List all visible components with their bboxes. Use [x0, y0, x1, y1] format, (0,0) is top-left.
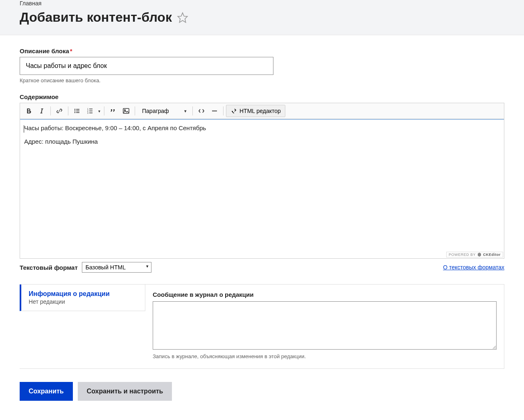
revision-info-tab[interactable]: Информация о редакции Нет редакции: [20, 285, 145, 311]
toolbar-separator: [192, 106, 193, 115]
editor-line: Часы работы: Воскресенье, 9:00 – 14:00, …: [24, 124, 500, 131]
link-icon: [56, 108, 63, 114]
italic-button[interactable]: [36, 105, 48, 117]
svg-marker-16: [478, 253, 481, 257]
editor-body[interactable]: Часы работы: Воскресенье, 9:00 – 14:00, …: [20, 119, 504, 258]
bullet-list-button[interactable]: [71, 105, 83, 117]
svg-point-1: [75, 109, 76, 110]
editor-line: Адрес: площадь Пушкина: [24, 138, 500, 145]
toolbar-separator: [135, 106, 135, 115]
svg-rect-15: [212, 111, 217, 111]
bullet-list-icon: [74, 108, 80, 114]
content-label: Содержимое: [20, 93, 59, 100]
svg-point-3: [75, 112, 76, 113]
breadcrumb[interactable]: Главная: [20, 0, 504, 7]
editor: 123 ▾ Параграф: [20, 103, 504, 259]
ckeditor-icon: [477, 253, 481, 257]
description-label: Описание блока*: [20, 47, 72, 54]
revision-tab-title: Информация о редакции: [29, 290, 138, 298]
numbered-list-button[interactable]: 123: [84, 105, 96, 117]
toolbar-separator: [223, 106, 224, 115]
toolbar-separator: [104, 106, 104, 115]
chevron-down-icon[interactable]: ▾: [97, 109, 102, 113]
numbered-list-icon: 123: [87, 108, 93, 114]
editor-toolbar: 123 ▾ Параграф: [20, 103, 504, 119]
powered-by-badge[interactable]: POWERED BY CKEditor: [446, 252, 503, 257]
about-text-formats-link[interactable]: О текстовых форматах: [443, 264, 504, 271]
toolbar-separator: [50, 106, 51, 115]
code-icon: [198, 108, 205, 114]
revision-panel: Информация о редакции Нет редакции Сообщ…: [20, 284, 504, 369]
svg-rect-10: [89, 109, 93, 110]
toolbar-separator: [68, 106, 68, 115]
horizontal-rule-button[interactable]: [208, 105, 221, 117]
minus-icon: [211, 108, 218, 114]
link-button[interactable]: [53, 105, 66, 117]
description-input[interactable]: [20, 57, 273, 75]
image-icon: [122, 107, 130, 115]
page-title: Добавить контент-блок: [20, 10, 172, 25]
revision-message-label: Сообщение в журнал о редакции: [153, 291, 254, 298]
italic-icon: [38, 108, 45, 114]
quote-icon: [110, 108, 116, 114]
paragraph-select[interactable]: Параграф: [138, 105, 190, 117]
svg-rect-11: [89, 111, 93, 111]
save-configure-button[interactable]: Сохранить и настроить: [78, 382, 172, 401]
source-icon: [230, 108, 237, 114]
svg-rect-4: [76, 109, 79, 110]
blockquote-button[interactable]: [107, 105, 119, 117]
svg-rect-6: [76, 112, 79, 113]
svg-point-14: [124, 110, 126, 111]
html-editor-button[interactable]: HTML редактор: [226, 105, 285, 117]
svg-rect-13: [123, 108, 129, 113]
bold-icon: [25, 108, 32, 114]
svg-rect-5: [76, 111, 79, 111]
required-marker: *: [70, 47, 72, 54]
svg-rect-12: [89, 113, 93, 113]
text-cursor: [24, 125, 24, 133]
revision-helper: Запись в журнале, объясняющая изменения …: [153, 353, 497, 359]
description-helper: Краткое описание вашего блока.: [20, 77, 504, 84]
svg-text:3: 3: [87, 112, 88, 114]
revision-message-input[interactable]: [153, 301, 497, 350]
revision-tab-subtitle: Нет редакции: [29, 298, 138, 305]
svg-point-2: [75, 111, 76, 112]
text-format-select[interactable]: Базовый HTML: [82, 262, 151, 273]
code-button[interactable]: [195, 105, 208, 117]
text-format-label: Текстовый формат: [20, 264, 78, 271]
star-icon[interactable]: [177, 12, 188, 23]
bold-button[interactable]: [23, 105, 35, 117]
save-button[interactable]: Сохранить: [20, 382, 73, 401]
svg-marker-0: [178, 13, 187, 22]
image-button[interactable]: [120, 105, 132, 117]
